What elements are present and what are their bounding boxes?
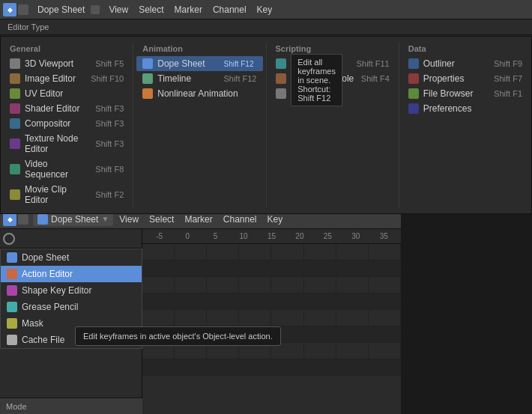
animation-column: Animation Dope Sheet Shift F12 Timeline … (133, 43, 266, 207)
timeline-label: Timeline (157, 73, 219, 84)
dd-dope-icon (7, 252, 17, 263)
shader-shortcut: Shift F3 (95, 104, 124, 113)
dropdown-arrow[interactable] (91, 5, 100, 14)
bottom-menu-key[interactable]: Key (263, 213, 288, 226)
bottom-icon-box: ◆ (3, 213, 16, 226)
bottom-menu-select[interactable]: Select (145, 213, 178, 226)
menu-properties[interactable]: Properties Shift F7 (402, 71, 528, 86)
menu-timeline[interactable]: Timeline Shift F12 (136, 71, 262, 86)
time-0: 0 (173, 232, 201, 240)
bottom-sub-icon (18, 214, 28, 225)
menu-3d-viewport[interactable]: 3D Viewport Shift F5 (4, 56, 130, 71)
browser-icon (408, 88, 419, 99)
menu-image-editor[interactable]: Image Editor Shift F10 (4, 71, 130, 86)
text-label: Text Editor (291, 58, 352, 69)
movie-shortcut: Shift F2 (95, 190, 124, 199)
menu-compositor[interactable]: Compositor Shift F3 (4, 116, 130, 131)
menu-outliner[interactable]: Outliner Shift F9 (402, 56, 528, 71)
menu-channel[interactable]: Channel (208, 3, 251, 16)
properties-shortcut: Shift F7 (494, 74, 522, 83)
outliner-shortcut: Shift F9 (494, 59, 522, 68)
bottom-editor-label[interactable]: Dope Sheet ▼ (33, 213, 113, 226)
menu-uv-editor[interactable]: UV Editor (4, 86, 130, 101)
search-row (0, 229, 142, 249)
menu-dope-sheet[interactable]: Dope Sheet Shift F12 (136, 56, 262, 71)
menu-shader-editor[interactable]: Shader Editor Shift F3 (4, 101, 130, 116)
dropdown-dope-sheet[interactable]: Dope Sheet (1, 249, 142, 266)
nlae-icon (142, 88, 153, 99)
viewport-icon (10, 58, 20, 69)
editor-label[interactable]: Dope Sheet (33, 3, 89, 16)
info-label: Info (291, 88, 390, 99)
general-section-title: General (4, 43, 130, 56)
bottom-menu-marker[interactable]: Marker (180, 213, 217, 226)
editor-dropdown-arrow: ▼ (101, 215, 109, 223)
menu-nlae[interactable]: Nonlinear Animation (136, 86, 262, 101)
editor-sub-icon (18, 4, 28, 15)
general-column: General 3D Viewport Shift F5 Image Edito… (1, 43, 133, 207)
timeline-track-8 (142, 359, 401, 376)
text-icon (276, 58, 286, 69)
properties-label: Properties (423, 73, 489, 84)
uv-icon (10, 88, 20, 99)
menu-marker[interactable]: Marker (170, 3, 207, 16)
top-menu-bar: ◆ Dope Sheet View Select Marker Channel … (0, 0, 532, 19)
menu-preferences[interactable]: Preferences (402, 101, 528, 116)
menu-view[interactable]: View (104, 3, 133, 16)
dd-action-label: Action Editor (22, 269, 73, 279)
editor-name-text: Dope Sheet (51, 214, 98, 225)
menu-select[interactable]: Select (134, 3, 168, 16)
dropdown-action-editor[interactable]: Action Editor (1, 266, 142, 282)
menu-key[interactable]: Key (253, 3, 277, 16)
shader-label: Shader Editor (25, 103, 91, 114)
python-label: Python Console (291, 73, 357, 84)
viewport-label: 3D Viewport (25, 58, 91, 69)
menu-text-editor[interactable]: Text Editor Shift F11 (270, 56, 396, 71)
menu-file-browser[interactable]: File Browser Shift F1 (402, 86, 528, 101)
editor-type-dropdown: General 3D Viewport Shift F5 Image Edito… (0, 36, 532, 214)
bottom-menu-channel[interactable]: Channel (219, 213, 262, 226)
menu-info[interactable]: Info (270, 86, 396, 101)
time-30: 30 (342, 232, 369, 240)
dropdown-grease[interactable]: Grease Pencil (1, 299, 142, 315)
prefs-label: Preferences (423, 103, 522, 114)
menu-python-console[interactable]: Python Console Shift F4 (270, 71, 396, 86)
time-10: 10 (229, 232, 257, 240)
video-icon (10, 164, 20, 174)
dope-shortcut-badge: Shift F12 (220, 59, 256, 69)
time-15: 15 (258, 232, 285, 240)
dd-mask-icon (7, 318, 17, 329)
editor-type-label: Editor Type (0, 19, 532, 35)
menu-video-seq[interactable]: Video Sequencer Shift F8 (4, 156, 130, 182)
video-shortcut: Shift F8 (95, 165, 124, 174)
bottom-menu-view[interactable]: View (115, 213, 143, 226)
dd-dope-label: Dope Sheet (22, 252, 69, 263)
scripting-column: Scripting Text Editor Shift F11 Python C… (267, 43, 399, 207)
text-shortcut: Shift F11 (357, 59, 390, 68)
data-column: Data Outliner Shift F9 Properties Shift … (399, 43, 531, 207)
timeline-icon (142, 73, 153, 84)
texture-label: Texture Node Editor (25, 133, 91, 154)
movie-icon (10, 189, 20, 200)
menu-movie-clip[interactable]: Movie Clip Editor Shift F2 (4, 182, 130, 207)
action-tooltip-text: Edit keyframes in active object's Object… (83, 332, 273, 341)
search-icon[interactable] (3, 233, 15, 245)
compositor-shortcut: Shift F3 (95, 119, 124, 128)
timeline-area: ▶ Summ... -5 0 5 10 15 20 25 30 35 (0, 229, 401, 414)
dropdown-shape-key[interactable]: Shape Key Editor (1, 282, 142, 299)
movie-label: Movie Clip Editor (25, 184, 91, 205)
time-25: 25 (314, 232, 342, 240)
bottom-panel: ◆ Dope Sheet ▼ View Select Marker Channe… (0, 210, 401, 414)
time-neg5: -5 (145, 232, 173, 240)
timeline-right: -5 0 5 10 15 20 25 30 35 (142, 229, 401, 414)
info-icon (276, 88, 286, 99)
compositor-icon (10, 118, 20, 129)
prefs-icon (408, 103, 419, 114)
bottom-editor-icon: ◆ (3, 213, 28, 226)
dd-action-icon (7, 269, 17, 279)
mode-label: Mode (6, 402, 27, 411)
timeline-track-2 (142, 261, 401, 277)
texture-shortcut: Shift F3 (95, 139, 124, 148)
python-shortcut: Shift F4 (361, 74, 390, 83)
menu-texture-node[interactable]: Texture Node Editor Shift F3 (4, 131, 130, 156)
